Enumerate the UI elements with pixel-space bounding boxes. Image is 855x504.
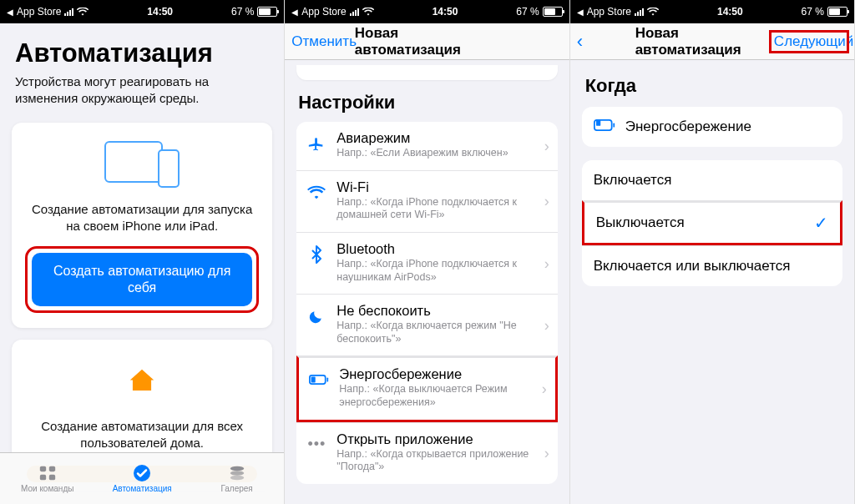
nav-bar: ‹ Новая автоматизация Следующий — [570, 23, 854, 60]
previous-section-peek — [296, 65, 557, 80]
back-to-app-label[interactable]: App Store — [587, 6, 631, 18]
card-description: Создание автоматизации для запуска на св… — [27, 201, 257, 235]
row-title: Не беспокоить — [336, 303, 532, 319]
svg-rect-9 — [327, 378, 329, 382]
wifi-icon — [77, 8, 89, 16]
svg-rect-2 — [40, 475, 46, 480]
wifi-icon — [362, 8, 374, 16]
page-subtitle: Устройства могут реагировать на изменени… — [0, 73, 284, 123]
row-title: Wi-Fi — [336, 179, 532, 195]
tab-automation[interactable]: Автоматизация — [94, 453, 189, 504]
triggers-list: Авиарежим Напр.: «Если Авиарежим включен… — [296, 122, 557, 484]
chevron-right-icon: › — [544, 137, 549, 154]
chevron-right-icon: › — [544, 316, 549, 334]
back-button[interactable]: ‹ — [577, 31, 635, 53]
trigger-row-dnd[interactable]: Не беспокоить Напр.: «Когда включается р… — [296, 294, 557, 355]
svg-rect-12 — [613, 123, 615, 127]
battery-percentage: 67 % — [231, 6, 254, 18]
next-button[interactable]: Следующий — [771, 32, 847, 52]
battery-low-icon — [307, 368, 331, 391]
chevron-right-icon: › — [544, 193, 549, 210]
back-to-app-label[interactable]: App Store — [17, 6, 61, 18]
content-area: Автоматизация Устройства могут реагирова… — [0, 23, 284, 504]
status-time: 14:50 — [433, 6, 458, 18]
screen-trigger-config: ◀ App Store 14:50 67 % ‹ Новая автоматиз… — [570, 0, 855, 504]
tab-label: Галерея — [220, 484, 252, 493]
section-title-settings: Настройки — [285, 80, 569, 122]
status-bar: ◀ App Store 14:50 67 % — [570, 0, 854, 23]
trigger-name: Энергосбережение — [625, 118, 751, 135]
status-time: 14:50 — [147, 6, 173, 18]
content-area: Когда Энергосбережение Включается Выключ… — [570, 60, 854, 504]
battery-percentage: 67 % — [516, 6, 539, 18]
screen-new-automation-triggers: ◀ App Store 14:50 67 % Отменить Новая ав… — [285, 0, 569, 504]
row-subtitle: Напр.: «Когда iPhone подключается к дома… — [336, 196, 532, 222]
option-label: Включается или выключается — [594, 258, 791, 275]
tab-gallery[interactable]: Галерея — [190, 453, 284, 504]
option-label: Выключается — [596, 214, 685, 231]
back-to-app-label[interactable]: App Store — [301, 6, 346, 18]
bluetooth-icon — [305, 243, 328, 266]
page-title: Автоматизация — [0, 23, 284, 73]
moon-icon — [305, 305, 328, 328]
trigger-row-airplane[interactable]: Авиарежим Напр.: «Если Авиарежим включен… — [296, 122, 557, 170]
create-personal-automation-button[interactable]: Создать автоматизацию для себя — [32, 253, 252, 306]
wifi-icon — [305, 181, 328, 204]
back-to-app-caret-icon[interactable]: ◀ — [291, 8, 298, 17]
cellular-signal-icon — [350, 8, 359, 16]
nav-title: Новая автоматизация — [635, 25, 771, 58]
row-title: Энергосбережение — [339, 366, 529, 382]
battery-low-icon — [594, 118, 615, 135]
content-area: Настройки Авиарежим Напр.: «Если Авиареж… — [285, 60, 569, 504]
chevron-left-icon: ‹ — [577, 31, 586, 52]
devices-illustration-icon — [104, 141, 180, 188]
screen-automation-home: ◀ App Store 14:50 67 % Автоматизация Уст… — [0, 0, 285, 504]
row-subtitle: Напр.: «Когда выключается Режим энергосб… — [339, 383, 529, 409]
back-to-app-caret-icon[interactable]: ◀ — [7, 8, 13, 17]
trigger-options-list: Включается Выключается ✓ Включается или … — [582, 160, 842, 286]
svg-rect-3 — [49, 475, 55, 480]
card-description: Создание автоматизации для всех пользова… — [27, 418, 257, 452]
cellular-signal-icon — [635, 8, 644, 16]
personal-automation-card: Создание автоматизации для запуска на св… — [12, 123, 272, 329]
battery-percentage: 67 % — [802, 6, 824, 18]
ellipsis-icon: ••• — [305, 433, 328, 456]
row-title: Авиарежим — [336, 130, 532, 146]
option-label: Включается — [594, 172, 672, 189]
trigger-summary-row: Энергосбережение — [582, 107, 842, 147]
status-bar: ◀ App Store 14:50 67 % — [285, 0, 569, 23]
row-title: Открыть приложение — [336, 431, 532, 447]
trigger-summary-list: Энергосбережение — [582, 107, 842, 147]
nav-bar: Отменить Новая автоматизация — [285, 23, 569, 60]
option-row-either[interactable]: Включается или выключается — [582, 245, 842, 286]
tab-my-shortcuts[interactable]: Мои команды — [0, 453, 94, 504]
option-row-on[interactable]: Включается — [582, 160, 842, 200]
option-row-off[interactable]: Выключается ✓ — [582, 200, 842, 245]
airplane-icon — [305, 132, 328, 155]
row-subtitle: Напр.: «Когда открывается приложение "По… — [336, 448, 532, 474]
svg-rect-1 — [49, 466, 55, 471]
trigger-row-low-power[interactable]: Энергосбережение Напр.: «Когда выключает… — [296, 355, 557, 421]
row-subtitle: Напр.: «Когда iPhone подключается к науш… — [336, 258, 532, 284]
tab-label: Мои команды — [21, 484, 73, 493]
tab-label: Автоматизация — [113, 484, 172, 493]
svg-rect-13 — [596, 119, 600, 126]
battery-icon — [827, 7, 847, 17]
trigger-row-wifi[interactable]: Wi-Fi Напр.: «Когда iPhone подключается … — [296, 170, 557, 232]
svg-point-6 — [230, 471, 244, 476]
grid-icon — [37, 464, 58, 482]
chevron-right-icon: › — [544, 445, 549, 462]
back-to-app-caret-icon[interactable]: ◀ — [577, 8, 584, 17]
wifi-icon — [647, 8, 659, 16]
gallery-stack-icon — [226, 464, 248, 482]
chevron-right-icon: › — [544, 255, 549, 272]
row-subtitle: Напр.: «Если Авиарежим включен» — [336, 147, 532, 160]
cellular-signal-icon — [64, 8, 73, 16]
svg-point-7 — [230, 476, 244, 481]
svg-rect-0 — [40, 466, 46, 471]
cancel-button[interactable]: Отменить — [291, 33, 355, 50]
trigger-row-bluetooth[interactable]: Bluetooth Напр.: «Когда iPhone подключае… — [296, 232, 557, 294]
trigger-row-open-app[interactable]: ••• Открыть приложение Напр.: «Когда отк… — [296, 422, 557, 484]
checkmark-icon: ✓ — [814, 213, 828, 233]
status-time: 14:50 — [717, 6, 743, 18]
